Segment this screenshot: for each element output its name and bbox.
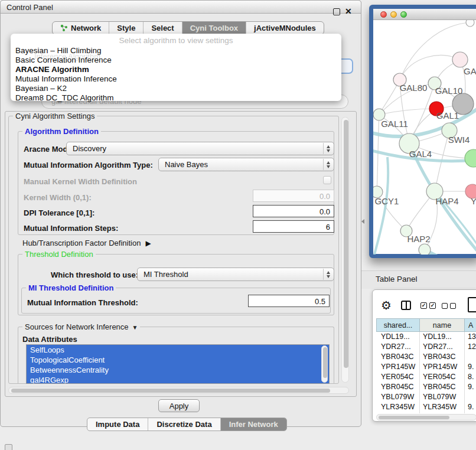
dpi-tolerance-field[interactable]: 0.0 [253,205,334,217]
network-canvas[interactable]: GALGAL80GAL10GAL1GAL11SWI4GAL4GCY1HAP4YH… [373,20,476,255]
kernel-width-field[interactable]: 0.0 [253,190,334,202]
data-attribute-item[interactable]: BetweennessCentrality [27,365,329,375]
table-row[interactable]: YBR045CYBR045C9. [376,382,476,392]
network-edge[interactable] [379,109,436,115]
mi-threshold-group-title: MI Threshold Definition [26,283,116,292]
float-window-icon[interactable] [333,8,340,15]
list-vertical-scrollbar[interactable] [321,345,328,383]
clear-checks-icon[interactable] [442,303,448,309]
hub-definition-label: Hub/Transcription Factor Definition [22,239,141,247]
network-node[interactable] [419,244,431,255]
table-row[interactable]: YER054CYER054C8. [376,372,476,382]
column-header-shared[interactable]: shared... [376,318,420,332]
tab-infer-network[interactable]: Infer Network [221,418,286,431]
settings-horizontal-scrollbar[interactable] [8,387,349,394]
columns-icon[interactable] [401,301,411,310]
table-row[interactable]: YBR043CYBR043C [376,352,476,362]
network-node-label: HAP2 [407,234,430,244]
which-threshold-select[interactable]: MI Threshold [137,268,334,281]
control-panel-titlebar[interactable]: Control Panel ✕ [0,0,361,14]
sources-group-toggle[interactable]: Sources for Network Inference▼ [22,322,140,331]
table-cell: 13 [468,332,476,341]
mi-steps-field[interactable]: 6 [253,220,334,233]
aracne-mode-value: Discovery [73,144,106,153]
export-table-icon[interactable] [468,297,476,312]
tab-select[interactable]: Select [144,22,182,34]
table-horizontal-scrollbar[interactable] [376,414,476,420]
dpi-tolerance-label: DPI Tolerance [0,1]: [24,208,94,217]
algorithm-option[interactable]: Bayesian – K2 [11,84,341,93]
mi-type-select[interactable]: Naive Bayes [158,158,334,171]
network-node[interactable] [465,149,476,167]
table-cell: YLR345W [381,403,415,411]
table-cell: 9. [468,383,474,391]
apply-button[interactable]: Apply [158,399,200,412]
table-cell: YDR27... [381,343,411,351]
tab-network[interactable]: Network [53,22,109,34]
settings-vertical-scrollbar[interactable] [341,117,349,383]
data-attributes-label: Data Attributes [22,335,77,344]
manual-kernel-checkbox[interactable] [323,176,331,184]
split-pane-handle[interactable] [361,219,364,224]
network-edge[interactable] [400,55,460,80]
control-panel-tabbar: NetworkStyleSelectCyni ToolboxjActiveMNo… [52,21,324,35]
table-row[interactable]: YDL19...YDL19...13 [376,332,476,342]
zoom-traffic-light[interactable] [400,11,407,18]
aracne-mode-select[interactable]: Discovery [66,142,334,155]
column-header-name[interactable]: name [419,318,465,332]
data-attribute-item[interactable]: TopologicalCoefficient [27,355,329,365]
table-cell: YER054C [423,373,456,381]
close-icon[interactable]: ✕ [345,6,352,16]
table-cell: YDL19... [381,332,410,341]
table-panel-title: Table Panel [376,275,418,283]
network-node[interactable] [466,20,474,27]
gear-icon[interactable]: ⚙ [381,298,392,312]
column-divider [464,332,465,413]
table-row[interactable]: YBL079WYBL079W [376,392,476,402]
tab-style[interactable]: Style [109,22,144,34]
network-node-label: Y [471,196,476,206]
tab-label: Style [117,24,135,32]
algorithm-option[interactable]: ARACNE Algorithm [11,65,341,74]
algorithm-dropdown[interactable]: Select algorithm to view settings Bayesi… [11,34,341,101]
mi-threshold-field[interactable]: 0.5 [248,295,330,307]
network-node-label: SWI4 [448,135,470,145]
algorithm-option[interactable]: Dream8 DC_TDC Algorithm [11,93,341,103]
network-edge[interactable] [400,22,470,80]
table-row[interactable]: YPR145WYPR145W9. [376,362,476,372]
network-window-titlebar[interactable] [373,9,476,20]
network-node-label: GAL80 [400,83,428,93]
network-view-window[interactable]: GALGAL80GAL10GAL1GAL11SWI4GAL4GCY1HAP4YH… [369,5,476,258]
select-all-checks-icon[interactable]: ✓ [429,302,436,309]
select-all-checks-icon[interactable]: ✓ [420,302,427,309]
algorithm-option[interactable]: Mutual Information Inference [11,74,341,84]
sources-group-title: Sources for Network Inference [25,322,129,331]
minimize-traffic-light[interactable] [390,11,397,18]
data-attribute-item[interactable]: SelfLoops [27,345,329,355]
network-node[interactable] [452,52,468,67]
tab-cyni-toolbox[interactable]: Cyni Toolbox [182,22,246,34]
network-node-label: GAL4 [409,149,432,159]
ghost-label: Inference Algorithm [34,52,100,61]
network-edge-highlighted[interactable] [425,250,476,255]
data-attributes-list[interactable]: SelfLoopsTopologicalCoefficientBetweenne… [26,344,330,384]
tab-discretize-data[interactable]: Discretize Data [148,418,220,431]
column-header-partial[interactable]: A [464,318,476,332]
minimized-panel-icon[interactable] [5,444,12,450]
clear-checks-icon[interactable] [450,303,456,309]
algorithm-definition-title: Algorithm Definition [22,127,101,136]
stepper-icon [323,159,333,170]
table-row[interactable]: YDR27...YDR27...12 [376,342,476,352]
table-row[interactable]: YLR345WYLR345W9. [376,402,476,412]
tab-impute-data[interactable]: Impute Data [87,418,148,431]
column-divider [419,332,420,413]
close-traffic-light[interactable] [380,11,387,18]
threshold-definition-title: Threshold Definition [22,250,96,259]
table-cell: YBR043C [423,353,456,361]
tab-label: Select [151,24,174,32]
tab-jactivemnodules[interactable]: jActiveMNodules [246,22,324,34]
data-attribute-item[interactable]: gal4RGexp [27,375,329,384]
hub-definition-toggle[interactable]: Hub/Transcription Factor Definition▶ [22,239,151,247]
network-node-label: HAP4 [435,196,458,206]
tab-label: jActiveMNodules [254,24,316,32]
